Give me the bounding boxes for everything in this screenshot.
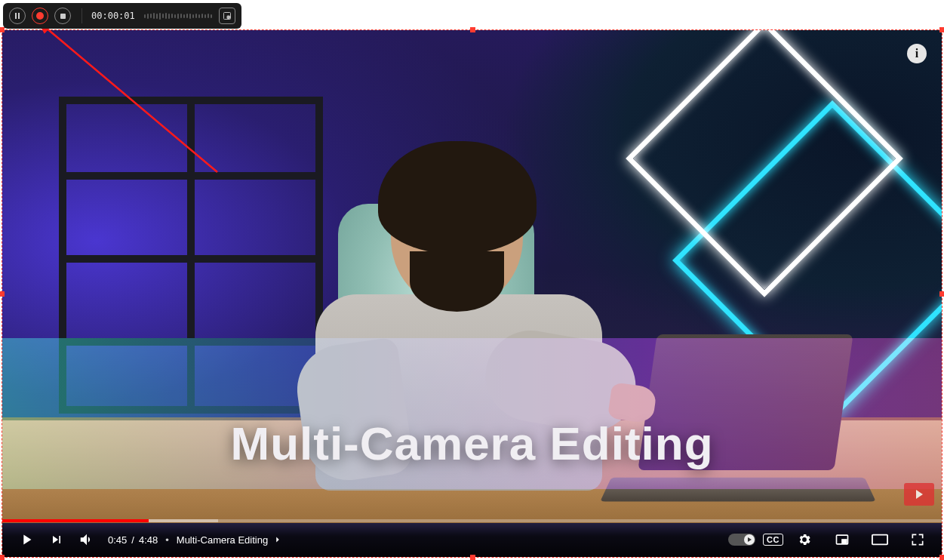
time-display: 0:45 / 4:48 Multi-Camera Editing bbox=[108, 534, 283, 546]
miniplayer-button[interactable] bbox=[829, 526, 856, 553]
video-frame: Multi-Camera Editing bbox=[2, 30, 942, 557]
chevron-right-icon[interactable] bbox=[272, 534, 283, 545]
video-info-card-button[interactable]: i bbox=[907, 44, 927, 63]
channel-watermark[interactable] bbox=[904, 483, 934, 506]
svg-rect-4 bbox=[842, 540, 847, 543]
volume-button[interactable] bbox=[73, 526, 100, 553]
video-control-bar: 0:45 / 4:48 Multi-Camera Editing CC bbox=[2, 522, 942, 557]
settings-button[interactable] bbox=[791, 526, 818, 553]
fullscreen-button[interactable] bbox=[904, 526, 931, 553]
duration: 4:48 bbox=[139, 534, 158, 546]
svg-rect-1 bbox=[227, 16, 230, 19]
recorder-stop-button[interactable] bbox=[54, 8, 71, 24]
recorder-record-button[interactable] bbox=[32, 8, 48, 24]
play-button[interactable] bbox=[13, 526, 40, 553]
current-time: 0:45 bbox=[108, 534, 127, 546]
recorder-region-button[interactable] bbox=[219, 8, 235, 24]
next-button[interactable] bbox=[43, 526, 70, 553]
divider bbox=[81, 8, 82, 23]
recorder-toolbar: 00:00:01 bbox=[3, 3, 241, 29]
dot-separator bbox=[162, 534, 172, 546]
video-caption-overlay: Multi-Camera Editing bbox=[2, 417, 942, 470]
svg-rect-5 bbox=[872, 535, 887, 545]
recorder-waveform bbox=[140, 13, 219, 20]
video-player[interactable]: Multi-Camera Editing i 0:45 / 4:48 Multi… bbox=[2, 30, 942, 557]
recorder-elapsed-time: 00:00:01 bbox=[87, 11, 140, 21]
captions-button[interactable]: CC bbox=[763, 534, 783, 546]
recorder-pause-button[interactable] bbox=[9, 8, 26, 24]
chapter-title[interactable]: Multi-Camera Editing bbox=[177, 534, 268, 546]
autoplay-toggle[interactable] bbox=[728, 534, 755, 546]
theater-mode-button[interactable] bbox=[866, 526, 893, 553]
time-separator: / bbox=[131, 534, 134, 546]
